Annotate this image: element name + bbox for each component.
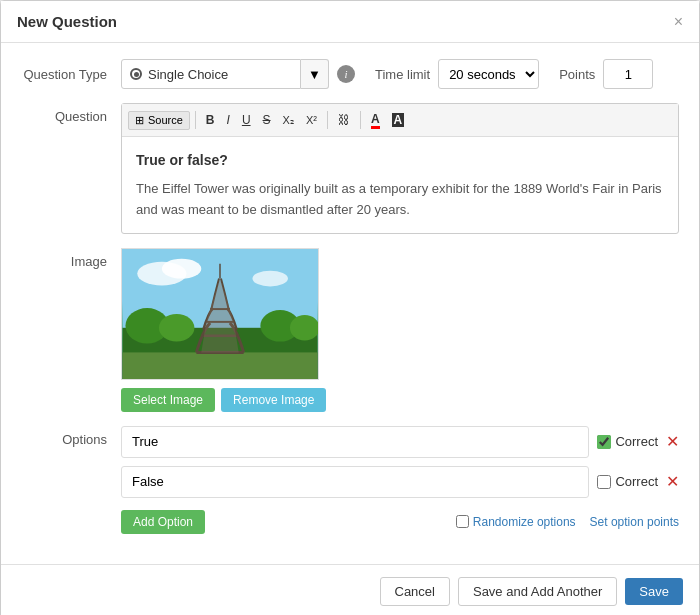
options-list: Correct ✕ Correct ✕ bbox=[121, 426, 679, 534]
image-preview bbox=[121, 248, 319, 380]
svg-point-6 bbox=[159, 314, 194, 342]
bottom-right-options: Randomize options Set option points bbox=[456, 515, 679, 529]
randomize-checkbox[interactable] bbox=[456, 515, 469, 528]
correct-label-2[interactable]: Correct bbox=[597, 474, 658, 489]
close-button[interactable]: × bbox=[674, 14, 683, 30]
question-body: The Eiffel Tower was originally built as… bbox=[136, 179, 664, 221]
select-image-button[interactable]: Select Image bbox=[121, 388, 215, 412]
remove-image-button[interactable]: Remove Image bbox=[221, 388, 326, 412]
svg-point-2 bbox=[162, 259, 201, 279]
correct-checkbox-1[interactable] bbox=[597, 435, 611, 449]
font-color-button[interactable]: A bbox=[366, 108, 385, 132]
editor-toolbar: ⊞ Source B I U S X₂ X² ⛓ bbox=[122, 104, 678, 137]
question-type-value: Single Choice bbox=[148, 67, 292, 82]
question-type-select[interactable]: Single Choice bbox=[121, 59, 301, 89]
question-row: Question ⊞ Source B I U S X₂ X² bbox=[21, 103, 679, 234]
image-buttons: Select Image Remove Image bbox=[121, 388, 326, 412]
question-type-select-group: Single Choice ▼ bbox=[121, 59, 329, 89]
question-type-content: Single Choice ▼ i Time limit No limit 10… bbox=[121, 59, 679, 89]
image-label-text: Image bbox=[21, 248, 121, 269]
options-label-text: Options bbox=[21, 426, 121, 447]
time-limit-label: Time limit bbox=[375, 67, 430, 82]
points-input[interactable] bbox=[603, 59, 653, 89]
correct-label-1[interactable]: Correct bbox=[597, 434, 658, 449]
set-points-label[interactable]: Set option points bbox=[590, 515, 679, 529]
question-editor: ⊞ Source B I U S X₂ X² ⛓ bbox=[121, 103, 679, 234]
question-editor-wrapper: ⊞ Source B I U S X₂ X² ⛓ bbox=[121, 103, 679, 234]
info-icon[interactable]: i bbox=[337, 65, 355, 83]
svg-marker-16 bbox=[206, 309, 234, 322]
editor-content-area[interactable]: True or false? The Eiffel Tower was orig… bbox=[122, 137, 678, 233]
question-label-text: Question bbox=[21, 103, 121, 124]
time-limit-select[interactable]: No limit 10 seconds 20 seconds 30 second… bbox=[438, 59, 539, 89]
new-question-modal: New Question × Question Type Single Choi… bbox=[0, 0, 700, 615]
superscript-button[interactable]: X² bbox=[301, 108, 322, 132]
option-input-2[interactable] bbox=[121, 466, 589, 498]
svg-marker-15 bbox=[201, 322, 238, 353]
svg-rect-9 bbox=[123, 352, 318, 379]
toolbar-divider-1 bbox=[195, 111, 196, 129]
add-option-button[interactable]: Add Option bbox=[121, 510, 205, 534]
image-content: Select Image Remove Image bbox=[121, 248, 679, 412]
question-type-dropdown[interactable]: ▼ bbox=[301, 59, 329, 89]
option-delete-2[interactable]: ✕ bbox=[666, 474, 679, 490]
image-row: Image bbox=[21, 248, 679, 412]
strikethrough-button[interactable]: S bbox=[258, 108, 276, 132]
cancel-button[interactable]: Cancel bbox=[380, 577, 450, 606]
svg-point-3 bbox=[253, 271, 288, 287]
question-heading: True or false? bbox=[136, 149, 664, 171]
source-button[interactable]: ⊞ Source bbox=[128, 111, 190, 130]
link-button[interactable]: ⛓ bbox=[333, 108, 355, 132]
options-bottom-row: Add Option Randomize options Set option … bbox=[121, 510, 679, 534]
question-type-label: Question Type bbox=[21, 67, 121, 82]
source-icon: ⊞ bbox=[135, 114, 144, 127]
points-section: Points bbox=[559, 59, 653, 89]
subscript-button[interactable]: X₂ bbox=[278, 108, 299, 132]
modal-body: Question Type Single Choice ▼ i Time lim… bbox=[1, 43, 699, 564]
toolbar-divider-2 bbox=[327, 111, 328, 129]
modal-footer: Cancel Save and Add Another Save bbox=[1, 564, 699, 615]
dropdown-arrow: ▼ bbox=[308, 67, 321, 82]
bold-button[interactable]: B bbox=[201, 108, 220, 132]
toolbar-divider-3 bbox=[360, 111, 361, 129]
bg-color-button[interactable]: A bbox=[387, 108, 410, 132]
save-button[interactable]: Save bbox=[625, 578, 683, 605]
correct-checkbox-2[interactable] bbox=[597, 475, 611, 489]
question-type-row: Question Type Single Choice ▼ i Time lim… bbox=[21, 59, 679, 89]
image-section: Select Image Remove Image bbox=[121, 248, 326, 412]
options-row: Options Correct ✕ bbox=[21, 426, 679, 534]
option-row-2: Correct ✕ bbox=[121, 466, 679, 498]
option-input-1[interactable] bbox=[121, 426, 589, 458]
points-label: Points bbox=[559, 67, 595, 82]
option-row-1: Correct ✕ bbox=[121, 426, 679, 458]
modal-title: New Question bbox=[17, 13, 117, 30]
time-limit-section: Time limit No limit 10 seconds 20 second… bbox=[375, 59, 539, 89]
save-add-another-button[interactable]: Save and Add Another bbox=[458, 577, 617, 606]
modal-header: New Question × bbox=[1, 1, 699, 43]
randomize-label[interactable]: Randomize options bbox=[456, 515, 576, 529]
eiffel-image bbox=[122, 249, 318, 379]
underline-button[interactable]: U bbox=[237, 108, 256, 132]
radio-indicator bbox=[130, 68, 142, 80]
options-content-area: Correct ✕ Correct ✕ bbox=[121, 426, 679, 534]
option-delete-1[interactable]: ✕ bbox=[666, 434, 679, 450]
italic-button[interactable]: I bbox=[222, 108, 235, 132]
